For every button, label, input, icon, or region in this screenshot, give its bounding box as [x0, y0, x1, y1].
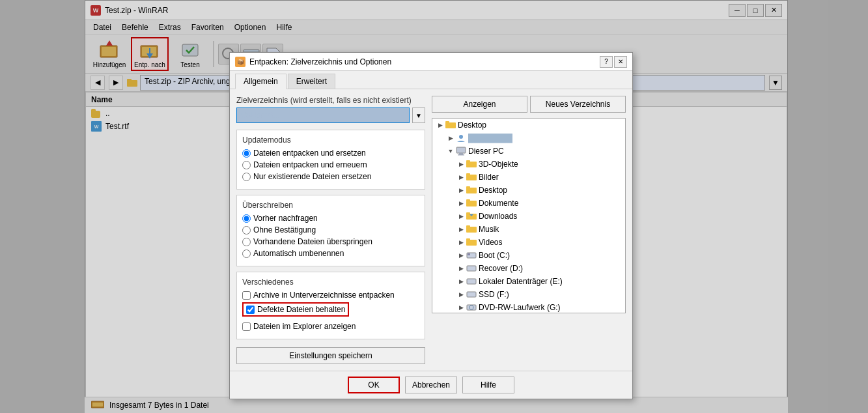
- dialog-tabs: Allgemein Erweitert: [230, 71, 632, 89]
- tree-item-recoverd[interactable]: ▶ Recover (D:): [432, 262, 625, 275]
- tree-label-bilder: Bilder: [479, 173, 499, 182]
- svg-rect-36: [466, 225, 470, 227]
- folder-3d-icon: [466, 160, 477, 169]
- svg-rect-19: [445, 121, 449, 123]
- update-label-2: Nur existierende Dateien ersetzen: [253, 172, 371, 181]
- update-radio-2[interactable]: [242, 173, 251, 181]
- destination-field-row: ▼: [236, 107, 425, 123]
- tree-expand-user[interactable]: ▶: [445, 133, 456, 143]
- tree-expand-lokale[interactable]: ▶: [456, 276, 466, 287]
- tree-expand-3d[interactable]: ▶: [456, 159, 466, 169]
- tree-expand-bilder[interactable]: ▶: [456, 172, 466, 182]
- extract-dialog: 📦 Entpacken: Zielverzeichnis und Optione…: [229, 52, 633, 399]
- overwrite-label-0: Vorher nachfragen: [253, 214, 318, 223]
- tree-label-ssdf: SSD (F:): [479, 290, 509, 299]
- tree-item-musik[interactable]: ▶ Musik: [432, 223, 625, 236]
- drive-d-icon: [466, 264, 477, 273]
- anzeigen-btn[interactable]: Anzeigen: [432, 96, 527, 113]
- overwrite-radio-3[interactable]: [242, 249, 251, 258]
- dialog-title-bar: 📦 Entpacken: Zielverzeichnis und Optione…: [230, 53, 632, 71]
- svg-rect-24: [466, 162, 477, 167]
- destination-dropdown-btn[interactable]: ▼: [412, 107, 425, 123]
- tree-expand-dokumente[interactable]: ▶: [456, 198, 466, 208]
- tree-item-downloads[interactable]: ▶ Downloads: [432, 210, 625, 223]
- tree-buttons-row: Anzeigen Neues Verzeichnis: [432, 96, 626, 115]
- tree-label-downloads: Downloads: [479, 212, 517, 221]
- overwrite-radio-1[interactable]: [242, 226, 251, 235]
- misc-section: Verschiedenes Archive in Unterverzeichni…: [236, 272, 425, 339]
- tree-item-desktop2[interactable]: ▶ Desktop: [432, 184, 625, 197]
- tab-allgemein[interactable]: Allgemein: [235, 74, 287, 89]
- tree-label-bootc: Boot (C:): [479, 251, 510, 260]
- tree-expand-ssdf[interactable]: ▶: [456, 289, 466, 300]
- update-radio-0[interactable]: [242, 149, 251, 158]
- svg-rect-35: [466, 227, 477, 233]
- svg-rect-22: [459, 153, 463, 154]
- tree-label-3d: 3D-Objekte: [479, 160, 518, 169]
- misc-checkbox-1[interactable]: [246, 306, 255, 314]
- update-radio-1[interactable]: [242, 161, 251, 169]
- overwrite-radio-2[interactable]: [242, 238, 251, 246]
- tree-item-3d[interactable]: ▶ 3D-Objekte: [432, 158, 625, 171]
- tree-expand-bootc[interactable]: ▶: [456, 250, 466, 261]
- folder-musik-icon: [466, 225, 477, 234]
- tree-item-dokumente[interactable]: ▶ Dokumente: [432, 197, 625, 210]
- tree-label-user: ████████: [468, 134, 512, 143]
- tree-expand-desktop-top[interactable]: ▶: [435, 120, 445, 130]
- drive-e-icon: [466, 277, 477, 286]
- update-option-2: Nur existierende Dateien ersetzen: [242, 172, 419, 181]
- tree-expand-pc[interactable]: ▼: [445, 146, 456, 156]
- dialog-title: Entpacken: Zielverzeichnis und Optionen: [249, 57, 600, 66]
- tree-expand-musik[interactable]: ▶: [456, 224, 466, 235]
- tree-item-user[interactable]: ▶ ████████: [432, 132, 625, 145]
- dialog-app-icon: 📦: [235, 57, 245, 67]
- overwrite-label-1: Ohne Bestätigung: [253, 225, 316, 235]
- tree-item-lokale[interactable]: ▶ Lokaler Datenträger (E:): [432, 275, 625, 288]
- folder-videos-icon: [466, 238, 477, 247]
- tree-item-bilder[interactable]: ▶ Bilder: [432, 171, 625, 184]
- tree-item-ssdf[interactable]: ▶ SSD (F:): [432, 288, 625, 301]
- tree-expand-dvdg[interactable]: ▶: [456, 302, 466, 313]
- destination-label: Zielverzeichnis (wird erstellt, falls es…: [236, 96, 425, 105]
- svg-rect-27: [466, 173, 470, 175]
- overwrite-option-0: Vorher nachfragen: [242, 214, 419, 223]
- tree-label-musik: Musik: [479, 225, 499, 234]
- tree-expand-videos[interactable]: ▶: [456, 237, 466, 248]
- folder-desktop2-icon: [466, 186, 477, 195]
- ok-button[interactable]: OK: [348, 377, 400, 393]
- misc-label-2: Dateien im Explorer anzeigen: [253, 322, 356, 331]
- misc-section-title: Verschiedenes: [242, 278, 419, 287]
- dialog-close-btn[interactable]: ✕: [614, 56, 627, 68]
- folder-dokumente-icon: [466, 199, 477, 208]
- destination-input[interactable]: [236, 107, 410, 123]
- dialog-body: Zielverzeichnis (wird erstellt, falls es…: [230, 89, 632, 371]
- svg-rect-18: [445, 122, 456, 128]
- dialog-help-btn[interactable]: ?: [600, 56, 613, 68]
- misc-checkbox-2[interactable]: [242, 322, 251, 331]
- tree-expand-downloads[interactable]: ▶: [456, 211, 466, 221]
- folder-downloads-icon: [466, 212, 477, 221]
- overwrite-radio-0[interactable]: [242, 214, 251, 223]
- tree-view[interactable]: ▶ Desktop ▶ ████████ ▼: [432, 118, 626, 313]
- tree-expand-recoverd[interactable]: ▶: [456, 263, 466, 274]
- tree-item-dvdg[interactable]: ▶ DVD-RW-Laufwerk (G:): [432, 301, 625, 313]
- drive-g-icon: [466, 303, 477, 312]
- misc-label-1: Defekte Dateien behalten: [257, 305, 345, 314]
- tab-erweitert[interactable]: Erweitert: [288, 74, 335, 89]
- help-button[interactable]: Hilfe: [462, 377, 514, 393]
- neues-btn[interactable]: Neues Verzeichnis: [530, 96, 626, 113]
- misc-checkbox-0[interactable]: [242, 291, 251, 300]
- tree-label-videos: Videos: [479, 238, 502, 247]
- tree-expand-desktop2[interactable]: ▶: [456, 185, 466, 195]
- cancel-button[interactable]: Abbrechen: [405, 377, 457, 393]
- tree-label-dvdg: DVD-RW-Laufwerk (G:): [479, 303, 561, 312]
- tree-item-bootc[interactable]: ▶ Boot (C:): [432, 249, 625, 262]
- tree-item-videos[interactable]: ▶ Videos: [432, 236, 625, 249]
- svg-rect-42: [467, 279, 476, 284]
- tree-item-desktop-top[interactable]: ▶ Desktop: [432, 119, 625, 132]
- tree-item-pc[interactable]: ▼ Dieser PC: [432, 145, 625, 158]
- svg-rect-28: [466, 188, 477, 193]
- settings-btn[interactable]: Einstellungen speichern: [236, 347, 425, 364]
- svg-rect-37: [466, 240, 477, 246]
- svg-rect-21: [456, 147, 466, 153]
